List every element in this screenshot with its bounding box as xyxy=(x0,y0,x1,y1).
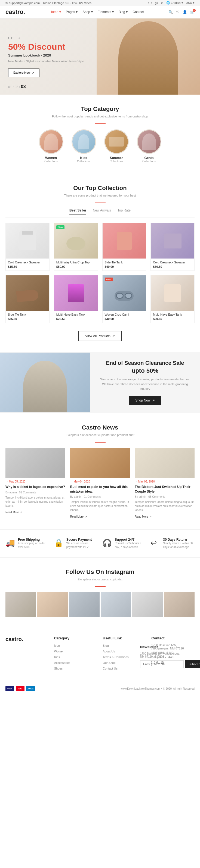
product-card[interactable]: Multi-Have Easy Tank $25.50 xyxy=(54,275,98,323)
product-image xyxy=(54,275,98,311)
tab-best-seller[interactable]: Best Seller xyxy=(69,209,86,215)
collection-subtitle: There are some product that we featured … xyxy=(5,194,195,197)
instagram-image-6[interactable] xyxy=(164,592,195,617)
instagram-image-4[interactable] xyxy=(101,592,132,617)
footer-link-women[interactable]: Women xyxy=(54,650,64,653)
headset-icon: 🎧 xyxy=(102,538,112,548)
footer-link-kids[interactable]: Kids xyxy=(54,655,60,659)
footer-link-shop[interactable]: Our Shop xyxy=(103,661,116,664)
cart-icon[interactable]: 🛒0 xyxy=(190,10,195,14)
view-all-button[interactable]: View All Products xyxy=(78,331,122,341)
product-card[interactable]: Multi-Have Easy Tank $20.50 xyxy=(150,275,195,323)
product-info: Multi-Have Easy Tank $25.50 xyxy=(54,311,98,323)
news-item: → May 05, 2020 Why is a ticket to lagos … xyxy=(5,448,65,519)
nav-blog[interactable]: Blog ▾ xyxy=(119,10,127,14)
product-name: Side-Tie Tank xyxy=(105,261,144,264)
nav-elements[interactable]: Elements ▾ xyxy=(98,10,114,14)
product-info: Side-Tie Tank $40.00 xyxy=(103,258,146,271)
footer-social-f[interactable]: f xyxy=(151,660,152,663)
instagram-image-1[interactable] xyxy=(5,592,36,617)
read-more-3[interactable]: Read More xyxy=(135,515,151,518)
tab-top-rate[interactable]: Top Rate xyxy=(118,209,131,215)
news-body-3: Tempor incididunt labore dolore magna al… xyxy=(135,500,195,512)
product-info: Cold Crewneck Sweater $60.50 xyxy=(151,258,194,271)
features-section: 🚚 Free Shipping Free shipping on order o… xyxy=(0,529,200,558)
category-gents-name: Gents xyxy=(137,156,161,160)
read-more-2[interactable]: Read More xyxy=(70,515,87,518)
news-image-2 xyxy=(70,448,130,478)
footer-link-accessories[interactable]: Accessories xyxy=(54,661,70,664)
footer-link-shoes[interactable]: Shoes xyxy=(54,667,63,670)
hero-title: 50% Discount xyxy=(8,42,85,52)
nav-shop[interactable]: Shop ▾ xyxy=(82,10,92,14)
tab-new-arrivals[interactable]: New Arrivals xyxy=(93,209,111,215)
feature-payment-text: Secure Payment We ensure secure payment … xyxy=(66,538,98,549)
news-grid: → May 05, 2020 Why is a ticket to lagos … xyxy=(5,448,195,519)
footer-address: 1700 Baseline NW,Albuquerque, NM 87110 xyxy=(151,644,195,650)
clearance-section: End of Season Clearance Sale upto 50% We… xyxy=(0,352,200,413)
visa-icon: VISA xyxy=(5,686,14,691)
products-grid: Cold Crewneck Sweater $15.50 New Multi-W… xyxy=(5,223,195,323)
logo[interactable]: castro. xyxy=(5,8,25,16)
nav-home[interactable]: Home ▾ xyxy=(50,10,61,14)
search-icon[interactable]: 🔍 xyxy=(168,10,173,14)
category-gents[interactable]: Gents Collections xyxy=(137,129,161,163)
footer-category-col: Category Men Women Kids Accessories Shoe… xyxy=(54,636,97,672)
instagram-title: Follow Us On Instagram xyxy=(5,568,195,576)
payment-desc: We ensure secure payment with PEV xyxy=(66,541,98,549)
nav-pages[interactable]: Pages ▾ xyxy=(66,10,78,14)
clearance-title: End of Season Clearance Sale xyxy=(98,360,192,366)
product-card[interactable]: Side-Tie Tank $35.50 xyxy=(5,275,50,323)
news-author-3: By admin · 05 Comments xyxy=(135,495,195,498)
footer-useful-col: Useful Link Blog About Us Terms & Condit… xyxy=(103,636,146,672)
read-more-1[interactable]: Read More xyxy=(5,511,22,514)
footer-link-men[interactable]: Men xyxy=(54,644,60,647)
footer-link-contact[interactable]: Contact Us xyxy=(103,667,118,670)
feature-return-text: 30 Days Return Simply return it within 3… xyxy=(163,538,195,549)
topbar-address: Kleine Plantage 8-9 · 1249 KV Vines xyxy=(43,1,91,5)
product-card[interactable]: Side-Tie Tank $40.00 xyxy=(102,223,146,271)
footer-link-terms[interactable]: Terms & Conditions xyxy=(103,655,129,659)
product-price: $50.00 xyxy=(56,265,95,268)
news-subtitle: Excepteur sint occaecat cupidatat non pr… xyxy=(5,433,195,437)
product-badge-new: New xyxy=(56,225,64,229)
shop-now-button[interactable]: Shop Now xyxy=(129,396,161,405)
footer-link-blog[interactable]: Blog xyxy=(103,644,109,647)
product-image xyxy=(151,223,194,258)
nav-contact[interactable]: Contact xyxy=(133,10,144,14)
social-in[interactable]: in xyxy=(161,1,164,5)
product-card[interactable]: New Multi-Way Ultra Crop Top $50.00 xyxy=(54,223,98,271)
social-g[interactable]: g+ xyxy=(155,1,159,5)
product-price: $25.50 xyxy=(56,317,95,320)
heart-icon[interactable]: ♡ xyxy=(176,10,179,14)
news-section: Castro News Excepteur sint occaecat cupi… xyxy=(0,413,200,530)
instagram-image-2[interactable] xyxy=(37,592,68,617)
category-summer[interactable]: Summer Collections xyxy=(104,129,129,163)
language-selector[interactable]: 🌐 English ▾ xyxy=(166,1,183,5)
product-card[interactable]: New Woven Crop Cami $30.00 xyxy=(102,275,146,323)
product-price: $40.00 xyxy=(105,265,144,268)
category-women[interactable]: Women Collections xyxy=(39,129,63,163)
hero-section: Up To 50% Discount Summer Lookbook · 202… xyxy=(0,19,200,95)
payment-title: Secure Payment xyxy=(66,538,98,541)
top-bar-right: f t g+ in 🌐 English ▾ USD ▾ xyxy=(148,1,195,5)
shipping-title: Free Shipping xyxy=(18,538,50,541)
instagram-image-3[interactable] xyxy=(69,592,99,617)
product-card[interactable]: Cold Crewneck Sweater $15.50 xyxy=(5,223,50,271)
footer-social-in[interactable]: in xyxy=(161,660,164,663)
social-f[interactable]: f xyxy=(148,1,149,5)
instagram-image-5[interactable] xyxy=(132,592,163,617)
footer-link-about[interactable]: About Us xyxy=(103,650,115,653)
footer-useful-title: Useful Link xyxy=(103,636,146,640)
footer-social-t[interactable]: t xyxy=(154,660,154,663)
footer-social-g[interactable]: g+ xyxy=(156,660,160,663)
category-kids[interactable]: Kids Collections xyxy=(72,129,96,163)
top-bar-left: ✉ support@example.com Kleine Plantage 8-… xyxy=(5,1,91,5)
product-image xyxy=(6,223,49,258)
currency-selector[interactable]: USD ▾ xyxy=(186,1,195,5)
support-desc: Contact us 24 hours a day, 7 days a week xyxy=(115,541,146,549)
user-icon[interactable]: 👤 xyxy=(182,10,187,14)
explore-button[interactable]: Explore Now xyxy=(8,68,39,77)
social-t[interactable]: t xyxy=(151,1,152,5)
product-card[interactable]: Cold Crewneck Sweater $60.50 xyxy=(150,223,195,271)
